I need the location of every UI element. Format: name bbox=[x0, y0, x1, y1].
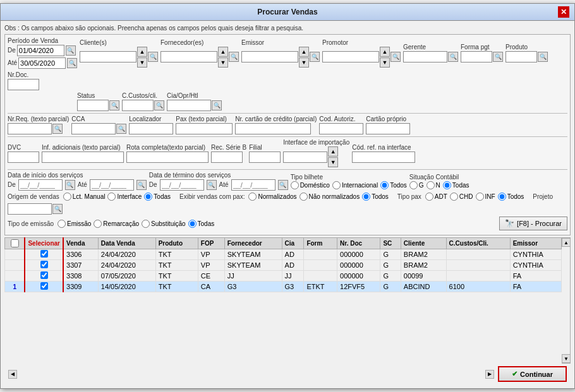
ov-interface-label[interactable]: Interface bbox=[107, 193, 142, 201]
cliente-input[interactable] bbox=[80, 51, 136, 62]
status-input[interactable] bbox=[77, 100, 109, 111]
data-inicio-ate-btn[interactable]: 🔍 bbox=[136, 180, 147, 190]
table-row[interactable]: 330624/04/2020TKTVPSKYTEAMAD000000GBRAM2… bbox=[5, 249, 562, 260]
procurar-button[interactable]: 🔭 [F8] - Procurar bbox=[499, 217, 567, 230]
interface-input[interactable] bbox=[283, 151, 327, 163]
pax-todos-radio[interactable] bbox=[362, 193, 370, 201]
continuar-button[interactable]: ✔ Continuar bbox=[498, 366, 567, 382]
sc-g-radio[interactable] bbox=[409, 181, 418, 189]
rota-completa-input[interactable] bbox=[126, 151, 209, 163]
sc-todas-radio[interactable] bbox=[443, 181, 451, 189]
te-emissao-radio[interactable] bbox=[58, 220, 66, 228]
localizador-input[interactable] bbox=[129, 123, 173, 134]
pax-input[interactable] bbox=[176, 123, 233, 134]
c-custos-input[interactable] bbox=[122, 100, 154, 111]
data-inicio-de-btn[interactable]: 🔍 bbox=[65, 180, 75, 190]
table-row[interactable]: 330807/05/2020TKTCEJJJJ000000G00099FA bbox=[5, 271, 562, 282]
tb-internacional-radio[interactable] bbox=[332, 181, 341, 189]
filial-input[interactable] bbox=[249, 151, 281, 163]
vertical-scrollbar[interactable]: ▲ ▼ bbox=[562, 237, 571, 364]
fornecedor-up-btn[interactable]: ▲ bbox=[218, 47, 228, 57]
te-emissao-label[interactable]: Emissão bbox=[58, 220, 91, 228]
dvc-input[interactable] bbox=[8, 151, 39, 163]
tb-todos-radio[interactable] bbox=[380, 181, 389, 189]
promotor-input[interactable] bbox=[322, 51, 379, 62]
row-checkbox[interactable] bbox=[40, 271, 48, 279]
tb-domestico-radio[interactable] bbox=[291, 181, 299, 189]
nr-req-input[interactable] bbox=[8, 123, 52, 134]
emissor-search-btn[interactable]: 🔍 bbox=[310, 52, 320, 62]
pax-nao-normalizados-label[interactable]: Não normalizados bbox=[300, 193, 360, 201]
tp-inf-radio[interactable] bbox=[476, 193, 484, 201]
tp-inf-label[interactable]: INF bbox=[476, 193, 495, 201]
pax-nao-normalizados-radio[interactable] bbox=[300, 193, 308, 201]
tp-adt-radio[interactable] bbox=[425, 193, 433, 201]
tp-chd-radio[interactable] bbox=[450, 193, 458, 201]
pax-todos-label[interactable]: Todos bbox=[362, 193, 389, 201]
promotor-search-btn[interactable]: 🔍 bbox=[390, 52, 401, 62]
inf-adicionais-input[interactable] bbox=[42, 151, 124, 163]
cliente-down-btn[interactable]: ▼ bbox=[137, 57, 147, 68]
data-termino-de-btn[interactable]: 🔍 bbox=[207, 180, 217, 190]
scroll-right-btn[interactable]: ▶ bbox=[485, 370, 494, 379]
select-all-checkbox[interactable] bbox=[11, 239, 19, 247]
te-todas-radio[interactable] bbox=[188, 220, 197, 228]
selecionar-cell[interactable] bbox=[25, 260, 63, 271]
c-custos-search-btn[interactable]: 🔍 bbox=[154, 100, 164, 110]
fornecedor-search-btn[interactable]: 🔍 bbox=[229, 52, 239, 62]
sc-todas-label[interactable]: Todas bbox=[443, 181, 469, 189]
forma-pgt-search-btn[interactable]: 🔍 bbox=[493, 52, 503, 62]
scroll-down-btn[interactable]: ▼ bbox=[562, 354, 571, 363]
tb-todos-label[interactable]: Todos bbox=[380, 181, 407, 189]
cod-ref-input[interactable] bbox=[352, 151, 415, 163]
ov-interface-radio[interactable] bbox=[107, 193, 116, 201]
nr-req-search-btn[interactable]: 🔍 bbox=[52, 124, 63, 134]
data-inicio-de-input[interactable] bbox=[18, 179, 63, 191]
row-checkbox[interactable] bbox=[40, 250, 48, 258]
cliente-up-btn[interactable]: ▲ bbox=[137, 47, 147, 57]
te-todas-label[interactable]: Todas bbox=[188, 220, 215, 228]
te-remarcacao-radio[interactable] bbox=[94, 220, 102, 228]
periodo-ate-btn[interactable]: 🔍 bbox=[67, 58, 77, 68]
row-checkbox[interactable] bbox=[40, 282, 48, 290]
promotor-up-btn[interactable]: ▲ bbox=[380, 47, 390, 57]
produto-search-btn[interactable]: 🔍 bbox=[538, 52, 548, 62]
cliente-search-btn[interactable]: 🔍 bbox=[148, 52, 158, 62]
tb-domestico-label[interactable]: Doméstico bbox=[291, 181, 330, 189]
projeto-search-btn[interactable]: 🔍 bbox=[52, 204, 63, 214]
table-row[interactable]: 330724/04/2020TKTVPSKYTEAMAD000000GBRAM2… bbox=[5, 260, 562, 271]
close-button[interactable]: ✕ bbox=[558, 6, 569, 18]
table-scroll[interactable]: Selecionar Venda Data Venda Produto FOP … bbox=[4, 237, 562, 364]
te-substituicao-radio[interactable] bbox=[142, 220, 150, 228]
scroll-up-btn[interactable]: ▲ bbox=[562, 238, 571, 247]
nr-doc-input[interactable] bbox=[8, 79, 39, 90]
interface-up-btn[interactable]: ▲ bbox=[328, 146, 338, 157]
data-termino-ate-input[interactable] bbox=[231, 179, 275, 191]
cca-search-btn[interactable]: 🔍 bbox=[116, 124, 126, 134]
cia-opr-search-btn[interactable]: 🔍 bbox=[212, 100, 222, 110]
emissor-up-btn[interactable]: ▲ bbox=[299, 47, 309, 57]
selecionar-cell[interactable] bbox=[25, 282, 63, 292]
forma-pgt-input[interactable] bbox=[461, 51, 492, 62]
table-row[interactable]: 1330914/05/2020TKTCAG3G3ETKT12FVF5GABCIN… bbox=[5, 282, 562, 292]
promotor-down-btn[interactable]: ▼ bbox=[380, 57, 390, 68]
emissor-input[interactable] bbox=[241, 51, 298, 62]
te-substituicao-label[interactable]: Substituição bbox=[142, 220, 185, 228]
emissor-down-btn[interactable]: ▼ bbox=[299, 57, 309, 68]
gerente-input[interactable] bbox=[403, 51, 447, 62]
selecionar-cell[interactable] bbox=[25, 271, 63, 282]
periodo-de-btn[interactable]: 🔍 bbox=[66, 45, 76, 56]
sc-n-radio[interactable] bbox=[427, 181, 435, 189]
fornecedor-input[interactable] bbox=[160, 51, 217, 62]
periodo-ate-input[interactable] bbox=[18, 57, 66, 69]
pax-normalizados-label[interactable]: Normalizados bbox=[248, 193, 296, 201]
tp-todos-radio[interactable] bbox=[498, 193, 506, 201]
scroll-left-btn[interactable]: ◀ bbox=[8, 370, 17, 379]
data-termino-de-input[interactable] bbox=[160, 179, 204, 191]
tp-adt-label[interactable]: ADT bbox=[425, 193, 447, 201]
produto-input[interactable] bbox=[505, 51, 537, 62]
cia-opr-input[interactable] bbox=[167, 100, 211, 111]
interface-down-btn[interactable]: ▼ bbox=[328, 157, 338, 167]
fornecedor-down-btn[interactable]: ▼ bbox=[218, 57, 228, 68]
te-remarcacao-label[interactable]: Remarcação bbox=[94, 220, 139, 228]
